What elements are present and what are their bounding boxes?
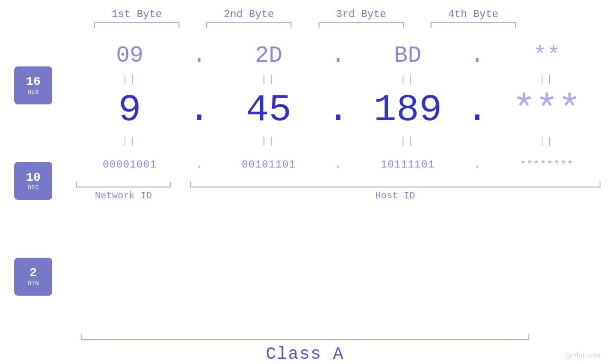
dec-badge-num: 10 (26, 171, 40, 185)
bracket-4 (431, 22, 516, 28)
byte3-header: 3rd Byte (314, 9, 409, 20)
eq1-b3: || (360, 74, 455, 85)
class-label: Class A (266, 345, 344, 364)
hex-dot-3: . (468, 43, 487, 68)
bracket-3 (319, 22, 404, 28)
host-id-bracket (190, 182, 601, 187)
hex-dot-2: . (328, 43, 347, 68)
bin-row: 00001001 . 00101101 . 10111101 . (66, 150, 610, 179)
byte1-header: 1st Byte (89, 9, 184, 20)
hex-badge-num: 16 (26, 75, 40, 89)
byte-headers: 1st Byte 2nd Byte 3rd Byte 4th Byte (0, 9, 610, 20)
eq2-b4: || (499, 136, 594, 147)
watermark: ipshu.com (564, 352, 601, 359)
eq1-b2: || (221, 74, 316, 85)
data-area: 09 . 2D . BD . ** (66, 33, 610, 329)
hex-b3: BD (360, 43, 455, 68)
eq-row-1: || || || || (66, 70, 610, 89)
bin-dot-2: . (328, 159, 347, 171)
hex-row: 09 . 2D . BD . ** (66, 41, 610, 70)
id-labels-row: Network ID Host ID (76, 190, 601, 201)
hex-b1: 09 (82, 43, 177, 68)
top-brackets (0, 22, 610, 28)
dec-b1: 9 (82, 91, 177, 129)
class-row: Class A (0, 345, 610, 364)
bin-b2: 00101101 (221, 159, 316, 171)
dec-b3: 189 (360, 91, 455, 129)
bin-badge-label: BIN (28, 280, 38, 287)
bin-b4: ******** (499, 159, 594, 171)
eq-row-2: || || || || (66, 131, 610, 150)
network-id-label: Network ID (76, 190, 171, 201)
main-grid: 16 HEX 10 DEC 2 BIN 09 . (0, 33, 610, 329)
hex-badge-label: HEX (28, 89, 38, 96)
byte2-header: 2nd Byte (201, 9, 296, 20)
dec-b2: 45 (221, 91, 316, 129)
eq1-b4: || (499, 74, 594, 85)
bin-badge: 2 BIN (14, 258, 52, 296)
main-container: 1st Byte 2nd Byte 3rd Byte 4th Byte 16 H… (0, 0, 610, 364)
dec-badge: 10 DEC (14, 162, 52, 200)
bracket-2 (206, 22, 291, 28)
wide-bracket (81, 334, 529, 340)
eq2-b3: || (360, 136, 455, 147)
eq1-b1: || (82, 74, 177, 85)
hex-dot-1: . (190, 43, 209, 68)
id-brackets (76, 182, 601, 187)
bin-b1: 00001001 (82, 159, 177, 171)
wide-bracket-row (0, 334, 610, 340)
eq2-b1: || (82, 136, 177, 147)
bin-dot-3: . (468, 159, 487, 171)
host-id-label: Host ID (190, 190, 601, 201)
dec-dot-2: . (328, 91, 347, 129)
hex-b4: ** (499, 43, 594, 68)
bin-dot-1: . (190, 159, 209, 171)
bin-badge-num: 2 (29, 266, 37, 280)
bottom-bracket-container: Network ID Host ID (66, 182, 610, 201)
bracket-1 (94, 22, 179, 28)
network-id-bracket (76, 182, 171, 187)
dec-dot-3: . (468, 91, 487, 129)
dec-row: 9 . 45 . 189 . *** (66, 89, 610, 131)
hex-b2: 2D (221, 43, 316, 68)
badges-column: 16 HEX 10 DEC 2 BIN (0, 33, 66, 329)
dec-badge-label: DEC (28, 184, 38, 191)
byte4-header: 4th Byte (426, 9, 521, 20)
dec-b4: *** (499, 91, 594, 129)
dec-dot-1: . (190, 91, 209, 129)
bin-b3: 10111101 (360, 159, 455, 171)
eq2-b2: || (221, 136, 316, 147)
hex-badge: 16 HEX (14, 66, 52, 104)
